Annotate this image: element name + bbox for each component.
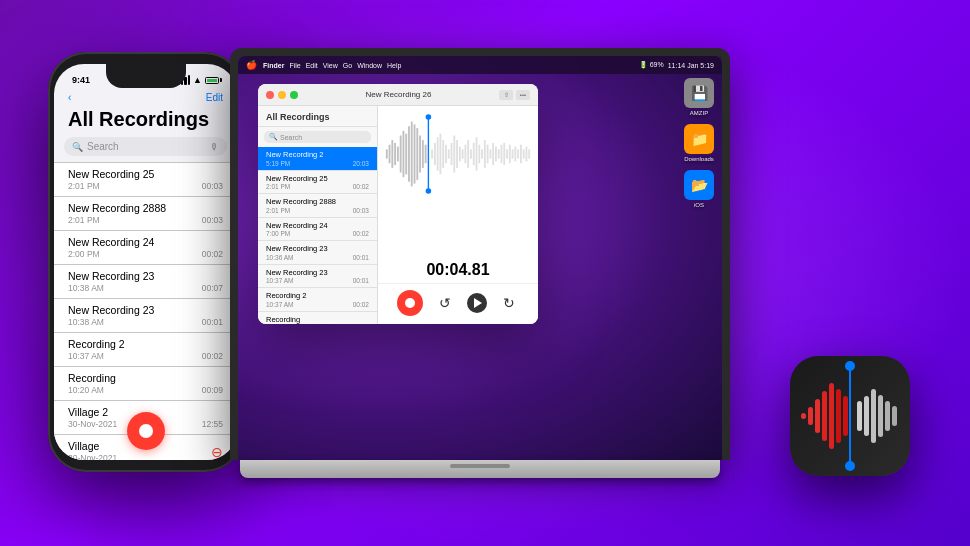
list-item[interactable]: Recording 2 10:37 AM00:02	[54, 333, 237, 367]
vm-forward-button[interactable]: ↻	[499, 293, 519, 313]
vm-list-item[interactable]: New Recording 2888 2:01 PM00:03	[258, 194, 377, 218]
ios-label: iOS	[694, 202, 704, 208]
menu-window[interactable]: Window	[357, 62, 382, 69]
svg-rect-20	[437, 137, 439, 170]
svg-rect-64	[857, 401, 862, 431]
svg-rect-22	[442, 140, 444, 168]
svg-rect-21	[440, 134, 442, 175]
svg-rect-48	[514, 147, 516, 162]
menu-go[interactable]: Go	[343, 62, 352, 69]
svg-rect-10	[414, 124, 416, 183]
vm-list-item[interactable]: Recording 2 10:37 AM00:02	[258, 288, 377, 312]
vm-list-title: All Recordings	[258, 106, 377, 127]
menu-finder[interactable]: Finder	[263, 62, 284, 69]
svg-rect-46	[509, 145, 511, 164]
svg-point-17	[426, 188, 432, 194]
mac-icon-amzip[interactable]: 💾 AMZIP	[680, 78, 718, 116]
iphone-notch	[106, 64, 186, 88]
macbook-lid: 🍎 Finder File Edit View Go Window Help 🔋…	[230, 48, 730, 460]
apple-menu-icon[interactable]: 🍎	[246, 60, 257, 70]
vm-controls: ↺ ↻	[378, 283, 538, 324]
svg-rect-29	[462, 149, 464, 158]
minimize-window-button[interactable]	[278, 91, 286, 99]
iphone-time: 9:41	[72, 75, 90, 85]
svg-rect-37	[484, 140, 486, 168]
svg-rect-42	[498, 149, 500, 158]
app-icon[interactable]	[790, 356, 910, 476]
svg-rect-53	[528, 149, 530, 158]
menu-file[interactable]: File	[289, 62, 300, 69]
svg-rect-9	[411, 122, 413, 187]
vm-titlebar: New Recording 26 ⇧ •••	[258, 84, 538, 106]
list-item[interactable]: New Recording 23 10:38 AM00:01	[54, 299, 237, 333]
svg-rect-51	[523, 149, 525, 158]
vm-share-button[interactable]: ⇧	[499, 90, 513, 100]
macbook-screen: 🍎 Finder File Edit View Go Window Help 🔋…	[238, 56, 722, 460]
vm-playback-panel: 00:04.81 ↺ ↻	[378, 106, 538, 324]
play-icon	[474, 298, 482, 308]
vm-list-item[interactable]: New Recording 25 2:01 PM00:02	[258, 171, 377, 195]
mac-wallpaper: 🍎 Finder File Edit View Go Window Help 🔋…	[238, 56, 722, 460]
svg-rect-52	[526, 147, 528, 162]
svg-rect-39	[489, 149, 491, 158]
iphone-search-bar[interactable]: 🔍 Search 🎙	[64, 137, 227, 156]
mac-battery-icon: 🔋 69%	[639, 61, 664, 69]
vm-rewind-button[interactable]: ↺	[435, 293, 455, 313]
svg-rect-19	[434, 143, 436, 165]
search-icon: 🔍	[72, 142, 83, 152]
svg-rect-25	[451, 143, 453, 165]
svg-rect-31	[467, 140, 469, 168]
maximize-window-button[interactable]	[290, 91, 298, 99]
svg-rect-58	[829, 383, 834, 449]
vm-more-button[interactable]: •••	[516, 90, 530, 100]
vm-play-button[interactable]	[467, 293, 487, 313]
menu-help[interactable]: Help	[387, 62, 401, 69]
svg-rect-40	[492, 143, 494, 165]
svg-rect-23	[445, 145, 447, 164]
amzip-icon: 💾	[684, 78, 714, 108]
vm-list-item[interactable]: New Recording 23 10:37 AM00:01	[258, 265, 377, 289]
mac-time: 11:14 Jan 5:19	[668, 62, 714, 69]
mac-icon-downloads[interactable]: 📁 Downloads	[680, 124, 718, 162]
vm-waveform-area	[378, 106, 538, 257]
list-item[interactable]: New Recording 24 2:00 PM00:02	[54, 231, 237, 265]
iphone-record-button[interactable]	[127, 412, 165, 450]
list-item[interactable]: New Recording 2888 2:01 PM00:03	[54, 197, 237, 231]
waveform-visualization	[384, 114, 532, 194]
ios-icon: 📂	[684, 170, 714, 200]
menu-view[interactable]: View	[323, 62, 338, 69]
record-inner	[405, 298, 415, 308]
iphone-record-area	[54, 412, 237, 450]
iphone-back-button[interactable]: ‹	[68, 92, 73, 103]
svg-rect-60	[843, 396, 848, 436]
svg-rect-11	[416, 128, 418, 180]
downloads-label: Downloads	[684, 156, 714, 162]
list-item[interactable]: New Recording 25 2:01 PM00:03	[54, 162, 237, 197]
vm-search-bar[interactable]: 🔍 Search	[264, 131, 371, 143]
vm-list-item[interactable]: New Recording 24 7:00 PM00:02	[258, 218, 377, 242]
svg-rect-36	[481, 149, 483, 158]
vm-list-item[interactable]: Recording 10:28 AM00:18	[258, 312, 377, 325]
svg-point-63	[845, 461, 855, 471]
close-window-button[interactable]	[266, 91, 274, 99]
svg-rect-28	[459, 147, 461, 162]
menu-edit[interactable]: Edit	[306, 62, 318, 69]
list-item[interactable]: New Recording 23 10:38 AM00:07	[54, 265, 237, 299]
vm-search-placeholder: Search	[280, 134, 302, 141]
iphone-edit-button[interactable]: Edit	[206, 92, 223, 103]
svg-rect-55	[808, 407, 813, 425]
svg-rect-27	[456, 140, 458, 168]
list-item[interactable]: Recording 10:20 AM00:09	[54, 367, 237, 401]
svg-rect-47	[512, 149, 514, 158]
vm-record-button[interactable]	[397, 290, 423, 316]
iphone-page-title: All Recordings	[54, 107, 237, 137]
svg-rect-3	[394, 143, 396, 165]
mac-icon-ios[interactable]: 📂 iOS	[680, 170, 718, 208]
svg-rect-57	[822, 391, 827, 441]
vm-list-item[interactable]: New Recording 23 10:36 AM00:01	[258, 241, 377, 265]
svg-rect-43	[501, 145, 503, 164]
vm-list-item[interactable]: New Recording 2 5:19 PM20:03	[258, 147, 377, 171]
svg-rect-45	[506, 149, 508, 158]
svg-rect-68	[885, 401, 890, 431]
vm-traffic-lights	[266, 91, 298, 99]
